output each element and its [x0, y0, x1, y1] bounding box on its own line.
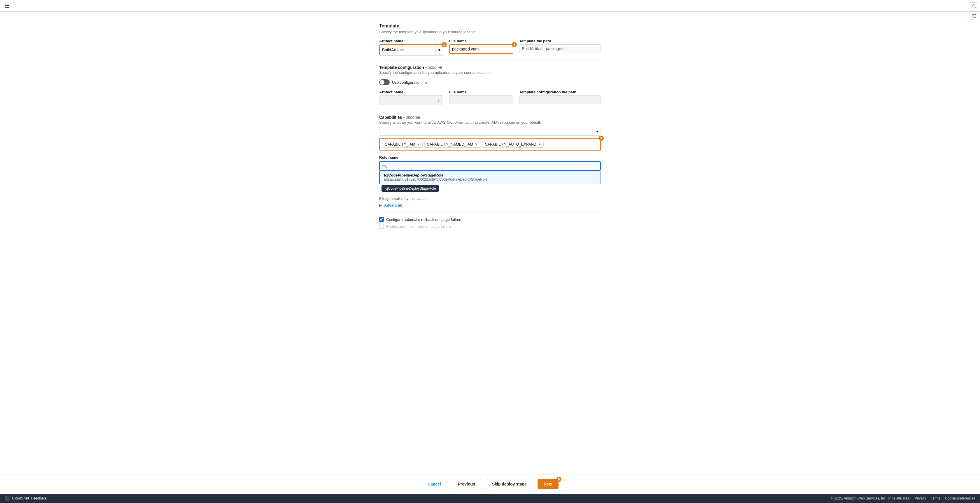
artifact-name-chevron[interactable]: ▾ [436, 45, 443, 55]
config-filename-label: File name [449, 90, 513, 94]
artifact-name-label: Artifact name [379, 39, 443, 43]
capabilities-title: Capabilities - optional [379, 115, 601, 119]
artifact-name-dropdown[interactable]: BuildArtifact ▾ [379, 45, 443, 56]
capability-auto-expand-label: CAPABILITY_AUTO_EXPAND [485, 142, 536, 146]
config-path-input [519, 96, 601, 104]
auto-retry-row: Enable automatic retry on stage failure [379, 224, 601, 229]
role-name-dropdown-list: fcjCodePipelineDeployStageRole arn:aws:i… [379, 171, 601, 184]
capabilities-desc: Specify whether you want to allow AWS Cl… [379, 120, 601, 124]
artifact-name-input[interactable]: BuildArtifact [380, 46, 436, 54]
capability-named-iam-remove[interactable]: ✕ [475, 142, 478, 146]
footer-bar: Cancel Previous Skip deploy stage Next 5 [0, 474, 980, 493]
file-generated-text: File generated by this action [379, 196, 601, 201]
terms-link[interactable]: Terms [931, 496, 940, 500]
role-name-search-wrapper[interactable]: 🔍 [379, 161, 601, 171]
template-path-label: Template file path [519, 39, 601, 43]
template-path-input: BuildArtifact::packaged. [519, 45, 601, 53]
config-filename-input [449, 96, 513, 104]
config-path-label: Template configuration file path [519, 90, 601, 94]
capability-tag-auto-expand: CAPABILITY_AUTO_EXPAND ✕ [482, 141, 544, 148]
capability-iam-remove[interactable]: ✕ [417, 142, 420, 146]
template-config-section: Template configuration - optional Specif… [379, 65, 601, 105]
use-config-label: Use configuration file [392, 80, 427, 84]
config-artifact-label: Artifact name [379, 90, 443, 94]
auto-rollback-row: Configure automatic rollback on stage fa… [379, 217, 601, 222]
artifact-name-badge: 1 [442, 42, 447, 47]
role-name-label: Role name [379, 155, 601, 159]
settings-icon-button[interactable]: ⏰ [970, 12, 978, 20]
role-name-search-input[interactable] [389, 164, 598, 168]
role-name-dropdown-item[interactable]: fcjCodePipelineDeployStageRole arn:aws:i… [379, 171, 601, 184]
template-config-desc: Specify the configuration file you uploa… [379, 70, 601, 75]
capabilities-dropdown[interactable]: ▾ [379, 127, 601, 136]
auto-rollback-label: Configure automatic rollback on stage fa… [386, 217, 461, 222]
advanced-label[interactable]: Advanced [384, 203, 402, 207]
cloudshell-label[interactable]: CloudShell [12, 496, 29, 500]
next-button[interactable]: Next [538, 479, 558, 489]
skip-deploy-button[interactable]: Skip deploy stage [486, 479, 533, 489]
template-section: Template Specify the template you upload… [379, 18, 601, 243]
capability-auto-expand-remove[interactable]: ✕ [538, 142, 541, 146]
file-name-badge: 2 [512, 42, 517, 47]
advanced-section[interactable]: ▶ Advanced [379, 203, 601, 207]
capabilities-badge: 3 [598, 136, 604, 141]
cloudshell-icon: ⬛ [5, 496, 10, 501]
auto-rollback-checkbox[interactable] [379, 217, 384, 222]
role-name-tooltip: fcjCodePipelineDeployStageRole [382, 185, 439, 192]
feedback-label[interactable]: Feedback [31, 496, 47, 500]
privacy-link[interactable]: Privacy [915, 496, 926, 500]
config-artifact-chevron: ▾ [434, 96, 443, 105]
capability-iam-label: CAPABILITY_IAM [385, 142, 415, 146]
config-artifact-input [379, 99, 434, 102]
capabilities-tags-box: CAPABILITY_IAM ✕ CAPABILITY_NAMED_IAM ✕ … [379, 138, 601, 151]
cookie-link[interactable]: Cookie preferences [945, 496, 975, 500]
previous-button[interactable]: Previous [452, 479, 481, 489]
template-title: Template [379, 23, 601, 29]
file-name-label: File name [449, 39, 513, 43]
auto-retry-label: Enable automatic retry on stage failure [386, 224, 451, 229]
role-name-section: Role name 🔍 fcjCodePipelineDeployStageRo… [379, 155, 601, 192]
capability-named-iam-label: CAPABILITY_NAMED_IAM [427, 142, 473, 146]
template-desc: Specify the template you uploaded to you… [379, 30, 601, 34]
role-item-name: fcjCodePipelineDeployStageRole [384, 173, 597, 177]
capability-tag-named-iam: CAPABILITY_NAMED_IAM ✕ [425, 141, 480, 148]
auto-retry-checkbox[interactable] [379, 224, 384, 229]
advanced-arrow-icon: ▶ [379, 203, 382, 207]
cancel-button[interactable]: Cancel [422, 479, 447, 489]
info-icon-button[interactable]: ⓘ [970, 2, 978, 11]
use-config-toggle[interactable] [379, 80, 390, 85]
copyright-text: © 2025, Amazon Web Services, Inc. or its… [830, 496, 910, 500]
next-badge: 5 [556, 477, 562, 482]
role-item-arn: arn:aws:iam::017820706022:role/fcjCodePi… [384, 177, 597, 181]
capabilities-chevron-icon: ▾ [596, 129, 598, 134]
capability-tag-iam: CAPABILITY_IAM ✕ [382, 141, 423, 148]
file-name-input[interactable]: packaged.yaml [449, 45, 513, 54]
template-config-title: Template configuration - optional [379, 65, 601, 70]
capabilities-section: Capabilities - optional Specify whether … [379, 115, 601, 151]
role-search-icon: 🔍 [382, 164, 387, 168]
hamburger-menu[interactable]: ☰ [5, 3, 10, 9]
bottom-bar: ⬛ CloudShell Feedback © 2025, Amazon Web… [0, 493, 980, 503]
